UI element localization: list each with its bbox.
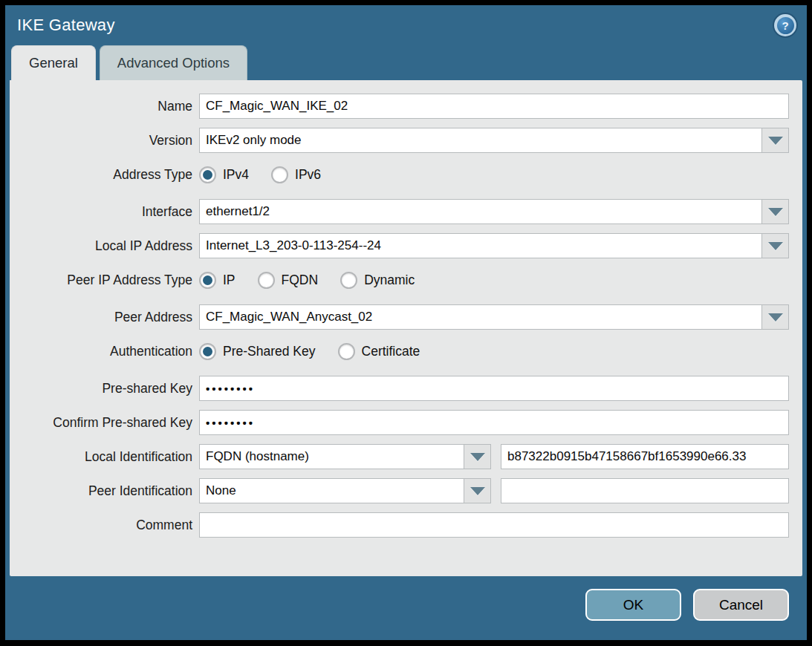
radio-button-icon[interactable] [340,272,357,289]
name-row: Name [10,94,789,119]
radio-fqdn-label: FQDN [282,273,319,288]
version-dropdown-button[interactable] [761,128,789,153]
general-tab-panel: Name Version Address Type [10,80,802,576]
cancel-button[interactable]: Cancel [693,589,789,621]
tab-advanced-options-label: Advanced Options [117,55,230,71]
peer-ip-address-type-row: Peer IP Address Type IP FQDN Dynamic [10,267,789,293]
local-identification-value-input[interactable] [501,444,789,469]
chevron-down-icon [768,242,783,250]
interface-dropdown [199,199,789,224]
confirm-pre-shared-key-label: Confirm Pre-shared Key [10,415,199,431]
interface-label: Interface [10,204,199,220]
chevron-down-icon [768,313,783,322]
radio-option-ipv4[interactable]: IPv4 [199,166,249,183]
radio-button-icon[interactable] [338,343,355,360]
local-ip-address-label: Local IP Address [10,238,199,254]
peer-identification-type-dropdown [199,478,491,503]
comment-label: Comment [10,518,199,533]
peer-address-dropdown [199,304,789,330]
peer-address-label: Peer Address [10,310,199,325]
confirm-pre-shared-key-row: Confirm Pre-shared Key [10,410,789,435]
radio-option-ipv6[interactable]: IPv6 [271,166,321,183]
interface-dropdown-button[interactable] [761,199,789,224]
tab-general-label: General [29,55,78,71]
local-ip-address-dropdown [199,233,789,258]
radio-ip-label: IP [223,273,236,288]
authentication-label: Authentication [10,344,199,359]
chevron-down-icon [768,208,783,216]
radio-button-icon[interactable] [199,272,216,289]
question-mark-glyph: ? [777,17,794,34]
tab-bar: General Advanced Options [5,45,807,80]
peer-address-input[interactable] [199,304,761,330]
radio-option-dynamic[interactable]: Dynamic [340,272,415,289]
confirm-pre-shared-key-input[interactable] [199,410,789,435]
name-input[interactable] [199,94,789,119]
radio-button-icon[interactable] [258,272,275,289]
peer-address-dropdown-button[interactable] [761,304,789,330]
peer-ip-address-type-label: Peer IP Address Type [10,273,199,288]
peer-identification-type-input[interactable] [199,478,464,503]
name-label: Name [10,99,199,114]
comment-input[interactable] [199,512,789,538]
chevron-down-icon [470,453,485,461]
radio-option-certificate[interactable]: Certificate [338,343,420,360]
ike-gateway-dialog: IKE Gateway ? General Advanced Options N… [5,5,807,640]
chevron-down-icon [768,137,783,145]
local-identification-dropdown-button[interactable] [464,444,491,469]
radio-option-pre-shared-key[interactable]: Pre-Shared Key [199,343,316,360]
tab-general[interactable]: General [11,45,96,80]
local-identification-row: Local Identification [10,444,789,469]
local-ip-address-input[interactable] [199,233,761,258]
radio-ipv4-label: IPv4 [223,167,249,183]
version-row: Version [10,128,789,153]
radio-certificate-label: Certificate [362,344,420,359]
dialog-title: IKE Gateway [17,16,115,35]
radio-option-fqdn[interactable]: FQDN [258,272,319,289]
version-label: Version [10,133,199,149]
help-icon[interactable]: ? [774,14,796,36]
local-identification-type-dropdown [199,444,491,469]
radio-button-icon[interactable] [271,166,288,183]
interface-input[interactable] [199,199,761,224]
comment-row: Comment [10,512,789,538]
pre-shared-key-row: Pre-shared Key [10,376,789,401]
radio-ipv6-label: IPv6 [295,167,321,183]
ok-button[interactable]: OK [585,589,681,621]
peer-identification-dropdown-button[interactable] [464,478,491,503]
local-ip-address-row: Local IP Address [10,233,789,258]
local-ip-address-dropdown-button[interactable] [761,233,789,258]
radio-pre-shared-key-label: Pre-Shared Key [223,344,316,359]
radio-button-icon[interactable] [199,343,216,360]
peer-identification-value-input[interactable] [501,478,789,503]
radio-button-icon[interactable] [199,166,216,183]
local-identification-label: Local Identification [10,449,199,465]
radio-dynamic-label: Dynamic [364,273,415,288]
dialog-footer: OK Cancel [5,576,807,621]
peer-identification-label: Peer Identification [10,483,199,499]
authentication-row: Authentication Pre-Shared Key Certificat… [10,339,789,364]
pre-shared-key-input[interactable] [199,376,789,401]
peer-identification-row: Peer Identification [10,478,789,503]
title-bar: IKE Gateway ? [5,5,807,45]
radio-option-ip[interactable]: IP [199,272,236,289]
pre-shared-key-label: Pre-shared Key [10,381,199,397]
local-identification-type-input[interactable] [199,444,464,469]
interface-row: Interface [10,199,789,224]
address-type-label: Address Type [10,167,199,183]
tab-advanced-options[interactable]: Advanced Options [100,45,247,80]
chevron-down-icon [470,487,485,495]
peer-address-row: Peer Address [10,304,789,330]
version-dropdown [199,128,789,153]
address-type-row: Address Type IPv4 IPv6 [10,162,789,187]
version-input[interactable] [199,128,761,153]
